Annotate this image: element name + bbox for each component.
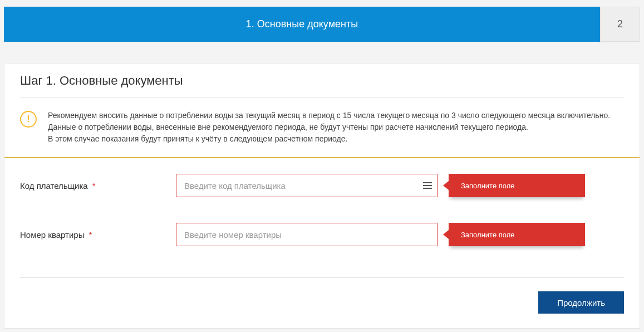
apartment-error-text: Заполните поле [461, 231, 515, 239]
notice-line-3: В этом случае показания будут приняты к … [48, 133, 610, 145]
required-mark: * [92, 181, 96, 191]
warning-icon: ! [20, 111, 37, 128]
required-mark: * [89, 230, 92, 240]
notice-line-1: Рекомендуем вносить данные о потреблении… [48, 110, 610, 121]
apartment-label-text: Номер квартиры [20, 230, 84, 240]
payer-code-label-text: Код плательщика [20, 181, 88, 191]
payer-code-input-wrap [176, 174, 437, 197]
wizard-step-1-label: 1. Основные документы [246, 18, 358, 30]
wizard-step-2[interactable]: 2 [600, 7, 640, 42]
wizard-step-2-label: 2 [617, 18, 623, 30]
apartment-row: Номер квартиры * Заполните поле [20, 223, 624, 246]
notice-text: Рекомендуем вносить данные о потреблении… [48, 110, 610, 145]
menu-icon[interactable] [423, 182, 432, 189]
payer-code-label: Код плательщика * [20, 181, 176, 191]
payer-code-row: Код плательщика * Заполните поле [20, 174, 624, 197]
continue-button-label: Продолжить [557, 298, 605, 307]
form-card: Шаг 1. Основные документы ! Рекомендуем … [4, 63, 640, 329]
continue-button[interactable]: Продолжить [538, 291, 624, 314]
actions-bar: Продолжить [4, 278, 640, 328]
payer-code-error-text: Заполните поле [461, 182, 515, 190]
apartment-input[interactable] [176, 223, 437, 246]
payer-code-input[interactable] [176, 174, 437, 197]
payer-code-error: Заполните поле [449, 174, 585, 197]
notice: ! Рекомендуем вносить данные о потреблен… [4, 97, 640, 157]
wizard-header: 1. Основные документы 2 [4, 7, 640, 42]
page-title: Шаг 1. Основные документы [4, 64, 640, 97]
apartment-label: Номер квартиры * [20, 230, 176, 240]
apartment-input-wrap [176, 223, 437, 246]
wizard-step-1[interactable]: 1. Основные документы [4, 7, 600, 42]
notice-line-2: Данные о потреблении воды, внесенные вне… [48, 121, 610, 133]
apartment-error: Заполните поле [449, 223, 585, 246]
form-area: Код плательщика * Заполните поле Номер к… [4, 158, 640, 277]
